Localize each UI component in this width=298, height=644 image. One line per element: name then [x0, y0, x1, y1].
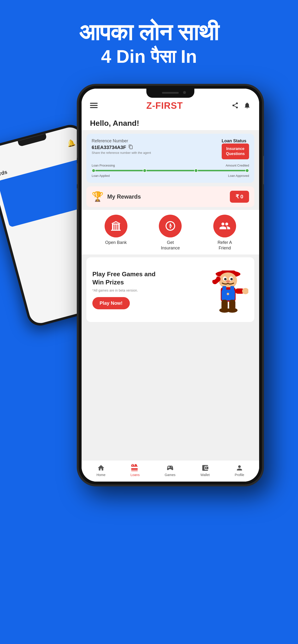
bottom-nav: Home Loans Games	[82, 460, 259, 482]
loan-ref-number-row: 61EA33734A3F	[92, 144, 151, 150]
rewards-label: My Rewards	[107, 193, 141, 200]
phone-screen: Z-FIRST	[82, 89, 259, 482]
phone-bg-rewards-text: rds	[0, 169, 8, 177]
share-button[interactable]	[232, 102, 239, 110]
rewards-card[interactable]: 🏆 My Rewards ₹ 0	[86, 186, 254, 207]
progress-label-credited: Amount Credited	[226, 164, 249, 167]
action-get-insurance[interactable]: GetInsurance	[159, 215, 182, 251]
nav-home-label: Home	[96, 473, 105, 477]
progress-bar	[92, 169, 249, 172]
action-section: Open Bank GetInsurance	[82, 210, 259, 255]
progress-dot-3	[194, 169, 198, 172]
insurance-label: GetInsurance	[161, 240, 180, 251]
rewards-amount[interactable]: ₹ 0	[230, 191, 249, 203]
refer-label: Refer AFriend	[218, 240, 232, 251]
svg-point-8	[224, 278, 226, 280]
app-logo: Z-FIRST	[146, 100, 183, 111]
loan-ref-section: Reference Number 61EA33734A3F	[92, 138, 151, 154]
silent-button	[77, 144, 77, 158]
loan-ref-value: 61EA33734A3F	[92, 145, 126, 150]
nav-loans-label: Loans	[130, 473, 140, 477]
loan-ref-label: Reference Number	[92, 138, 151, 144]
svg-rect-1	[90, 105, 98, 106]
action-refer-friend[interactable]: Refer AFriend	[213, 215, 236, 251]
action-row: Open Bank GetInsurance	[89, 215, 252, 251]
svg-rect-2	[90, 107, 98, 108]
notch-speaker	[162, 92, 179, 94]
svg-point-9	[230, 278, 233, 280]
svg-point-15	[227, 293, 229, 295]
loan-status-label: Loan Status	[222, 138, 249, 144]
vol-up-button	[77, 163, 77, 184]
games-subtitle: *All games are in beta version.	[92, 288, 208, 292]
games-card: Play Free Games andWin Prizes *All games…	[86, 257, 254, 322]
loan-card-top: Reference Number 61EA33734A3F	[92, 138, 249, 159]
bell-button[interactable]	[244, 102, 251, 110]
games-left: Play Free Games andWin Prizes *All games…	[92, 270, 208, 309]
nav-home[interactable]: Home	[96, 464, 105, 477]
bank-label: Open Bank	[105, 240, 127, 245]
insurance-circle	[159, 215, 182, 238]
headline-container: आपका लोन साथी 4 Din पैसा In	[0, 19, 298, 68]
nav-wallet[interactable]: Wallet	[201, 464, 210, 477]
refer-circle	[213, 215, 236, 238]
screen-content: Z-FIRST	[82, 89, 259, 482]
power-button	[263, 156, 264, 184]
action-open-bank[interactable]: Open Bank	[105, 215, 127, 251]
bank-circle	[105, 215, 127, 238]
progress-label-processing: Loan Processing	[92, 164, 115, 167]
progress-label-applied: Loan Applied	[92, 174, 110, 178]
progress-dot-1	[92, 169, 95, 172]
svg-point-10	[226, 280, 230, 283]
mario-figure	[208, 263, 248, 316]
nav-profile-label: Profile	[235, 473, 244, 477]
progress-dot-4	[245, 169, 249, 172]
phone-bg-bell-icon: 🔔	[66, 138, 76, 148]
copy-icon[interactable]	[128, 144, 133, 150]
phone-main: Z-FIRST	[77, 84, 264, 486]
nav-loans[interactable]: Loans	[130, 464, 140, 477]
greeting-text: Hello, Anand!	[82, 114, 259, 130]
loan-share-text: Share the reference number with the agen…	[92, 151, 151, 154]
nav-games[interactable]: Games	[165, 464, 175, 477]
games-title: Play Free Games andWin Prizes	[92, 270, 208, 286]
play-now-button[interactable]: Play Now!	[92, 297, 130, 309]
progress-section: Loan Processing Amount Credited	[92, 164, 249, 178]
progress-label-approved: Loan Approved	[228, 174, 249, 178]
svg-point-25	[210, 274, 216, 279]
progress-labels-bottom: Loan Applied Loan Approved	[92, 174, 249, 178]
phone-border: Z-FIRST	[79, 86, 262, 484]
headline-main: आपका लोन साथी	[0, 19, 298, 46]
loan-card: Reference Number 61EA33734A3F	[86, 134, 254, 183]
header-icons	[232, 102, 251, 110]
notch-camera	[183, 91, 186, 94]
rewards-left: 🏆 My Rewards	[92, 191, 141, 202]
headline-sub: 4 Din पैसा In	[0, 46, 298, 67]
phone-wrapper: 🔔 rds	[29, 84, 269, 611]
trophy-icon: 🏆	[92, 191, 104, 202]
insurance-questions-button[interactable]: InsuranceQuestions	[222, 144, 249, 159]
nav-games-label: Games	[165, 473, 175, 477]
loan-status-section: Loan Status InsuranceQuestions	[222, 138, 249, 159]
notch	[146, 89, 194, 98]
nav-wallet-label: Wallet	[201, 473, 210, 477]
vol-down-button	[77, 188, 77, 210]
nav-profile[interactable]: Profile	[235, 464, 244, 477]
progress-dot-2	[143, 169, 146, 172]
svg-point-23	[227, 308, 238, 313]
svg-rect-0	[90, 103, 98, 104]
hamburger-button[interactable]	[90, 103, 98, 109]
progress-dots	[92, 169, 249, 172]
progress-labels-top: Loan Processing Amount Credited	[92, 164, 249, 167]
